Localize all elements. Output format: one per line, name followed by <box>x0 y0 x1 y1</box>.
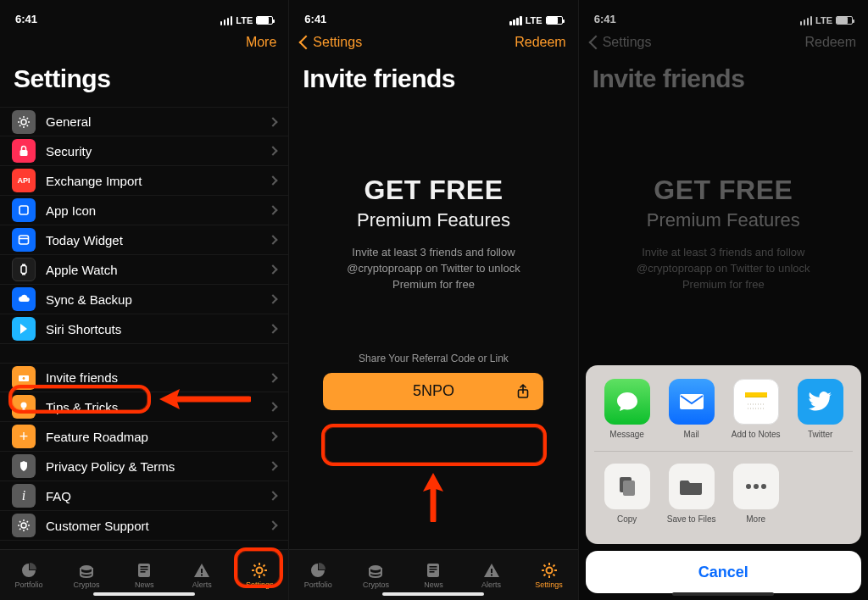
chevron-right-icon <box>269 520 278 530</box>
panel-share-sheet: 6:41 LTE Settings Redeem Invite friends … <box>579 0 868 600</box>
settings-list: GeneralSecurityAPIExchange ImportApp Ico… <box>0 107 288 549</box>
redeem-button[interactable]: Redeem <box>515 35 565 50</box>
settings-row-watch[interactable]: Apple Watch <box>0 255 288 285</box>
settings-row-import[interactable]: APIExchange Import <box>0 166 288 196</box>
battery-icon <box>256 16 273 25</box>
settings-row-appicon[interactable]: App Icon <box>0 196 288 225</box>
battery-icon <box>546 16 563 25</box>
tab-settings[interactable]: Settings <box>520 550 578 600</box>
row-label: Invite friends <box>46 370 270 385</box>
chevron-right-icon <box>269 461 278 470</box>
tab-label: Portfolio <box>304 581 332 589</box>
tab-label: Alerts <box>481 581 501 589</box>
news-icon <box>134 562 154 579</box>
general-icon <box>12 110 36 134</box>
settings-row-today[interactable]: Today Widget <box>0 225 288 255</box>
security-icon <box>12 139 36 163</box>
svg-point-37 <box>746 484 751 489</box>
row-label: Feature Roadmap <box>46 430 270 444</box>
faq-icon: i <box>12 484 36 508</box>
settings-row-general[interactable]: General <box>0 107 288 136</box>
cryptos-icon <box>365 562 386 579</box>
share-app-message[interactable]: Message <box>601 379 654 439</box>
svg-rect-7 <box>22 274 25 275</box>
chevron-right-icon <box>269 431 278 441</box>
cryptos-icon <box>76 562 97 579</box>
status-bar: 6:41 LTE <box>0 0 288 25</box>
svg-rect-16 <box>141 569 148 570</box>
promo-description: Invite at least 3 friends and follow @cr… <box>323 245 543 293</box>
settings-row-siri[interactable]: Siri Shortcuts <box>0 314 288 344</box>
chevron-right-icon <box>269 324 278 333</box>
files-icon <box>669 464 715 509</box>
settings-row-roadmap[interactable]: +Feature Roadmap <box>0 422 288 452</box>
share-label: Message <box>609 430 644 439</box>
invite-icon <box>12 366 36 390</box>
more-icon <box>733 464 779 509</box>
tab-portfolio[interactable]: Portfolio <box>0 550 58 600</box>
status-time: 6:41 <box>304 13 326 25</box>
svg-rect-30 <box>680 394 704 409</box>
settings-icon <box>539 562 559 579</box>
settings-row-faq[interactable]: iFAQ <box>0 481 288 511</box>
settings-row-tips[interactable]: Tips & Tricks <box>0 392 288 422</box>
row-label: Siri Shortcuts <box>46 322 270 336</box>
share-action-more[interactable]: More <box>730 464 782 524</box>
chevron-right-icon <box>269 117 278 126</box>
settings-row-invite[interactable]: Invite friends <box>0 363 288 392</box>
copy-icon <box>604 464 650 509</box>
roadmap-icon: + <box>12 425 36 448</box>
share-label: More <box>746 514 765 524</box>
referral-code: 5NPO <box>413 382 454 400</box>
tab-portfolio[interactable]: Portfolio <box>289 550 347 600</box>
portfolio-icon <box>19 562 39 579</box>
svg-point-22 <box>370 565 381 570</box>
settings-row-security[interactable]: Security <box>0 136 288 166</box>
settings-row-privacy[interactable]: Privacy Policy & Terms <box>0 452 288 481</box>
share-action-files[interactable]: Save to Files <box>665 464 718 524</box>
svg-point-12 <box>21 523 26 528</box>
svg-rect-11 <box>23 408 25 411</box>
svg-point-20 <box>257 567 263 573</box>
network-type: LTE <box>526 15 542 25</box>
import-icon: API <box>12 169 36 192</box>
row-label: Apple Watch <box>46 263 270 277</box>
settings-row-sync[interactable]: Sync & Backup <box>0 285 288 314</box>
more-button[interactable]: More <box>246 35 276 50</box>
settings-row-support[interactable]: Customer Support <box>0 511 288 541</box>
svg-point-29 <box>546 567 552 573</box>
svg-rect-15 <box>141 566 148 568</box>
share-app-twitter[interactable]: Twitter <box>794 379 847 439</box>
news-icon <box>423 562 443 579</box>
tips-icon <box>12 395 36 419</box>
share-app-mail[interactable]: Mail <box>665 379 718 439</box>
tab-label: Settings <box>535 581 563 589</box>
tab-settings[interactable]: Settings <box>231 550 288 600</box>
referral-code-button[interactable]: 5NPO <box>323 373 543 410</box>
svg-rect-32 <box>745 397 767 397</box>
hero-line-2: Premium Features <box>357 209 510 231</box>
panel-invite: 6:41 LTE Settings Redeem Invite friends … <box>289 0 578 600</box>
chevron-right-icon <box>269 373 278 382</box>
cancel-button[interactable]: Cancel <box>586 551 861 593</box>
notes-icon <box>733 379 779 425</box>
share-icon <box>516 384 530 399</box>
share-actions-row: CopySave to FilesMore <box>594 451 853 536</box>
row-label: Privacy Policy & Terms <box>46 459 270 474</box>
chevron-right-icon <box>269 205 278 214</box>
row-label: Customer Support <box>46 519 270 533</box>
svg-rect-26 <box>430 571 435 573</box>
svg-rect-27 <box>491 569 492 573</box>
share-label: Copy <box>617 514 637 524</box>
alerts-icon <box>192 562 212 579</box>
nav-bar: Settings Redeem <box>289 25 577 59</box>
share-action-copy[interactable]: Copy <box>601 464 654 524</box>
today-icon <box>12 228 36 252</box>
share-app-notes[interactable]: Add to Notes <box>730 379 782 439</box>
share-label: Mail <box>683 430 698 439</box>
appicon-icon <box>12 198 36 222</box>
svg-point-13 <box>81 565 92 570</box>
svg-rect-2 <box>19 206 28 214</box>
back-button[interactable]: Settings <box>301 35 362 50</box>
chevron-left-icon <box>299 36 314 50</box>
